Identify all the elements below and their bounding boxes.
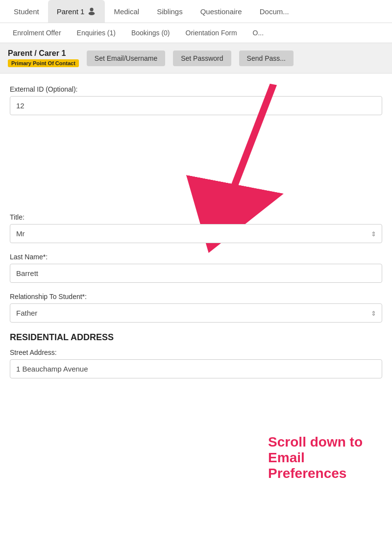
last-name-group: Last Name*: Scroll down toEmailPreferenc…: [10, 253, 382, 283]
external-id-group: External ID (Optional):: [10, 85, 382, 115]
set-email-button[interactable]: Set Email/Username: [87, 50, 165, 66]
nav-orientation-form[interactable]: Orientation Form: [178, 23, 245, 43]
nav-enrolment-offer[interactable]: Enrolment Offer: [5, 23, 69, 43]
form-area: External ID (Optional): Title: Mr Mrs Ms…: [0, 74, 392, 400]
street-address-label: Street Address:: [10, 349, 382, 356]
svg-point-0: [90, 8, 94, 11]
form-spacer: [10, 125, 382, 213]
second-navigation: Enrolment Offer Enquiries (1) Bookings (…: [0, 23, 392, 43]
primary-contact-badge: Primary Point Of Contact: [8, 59, 79, 67]
card-header: Parent / Carer 1 Primary Point Of Contac…: [0, 43, 392, 74]
scroll-annotation: Scroll down toEmailPreferences: [268, 434, 363, 482]
last-name-input[interactable]: [10, 264, 382, 283]
street-address-input[interactable]: [10, 359, 382, 378]
residential-address-heading: RESIDENTIAL ADDRESS: [10, 332, 382, 343]
title-label: Title:: [10, 213, 382, 221]
nav-enquiries[interactable]: Enquiries (1): [69, 23, 123, 43]
external-id-label: External ID (Optional):: [10, 85, 382, 93]
nav-other[interactable]: O...: [245, 23, 272, 43]
tab-parent1[interactable]: Parent 1: [48, 0, 105, 23]
title-select-wrapper: Mr Mrs Ms Miss Dr Prof: [10, 224, 382, 243]
tab-student[interactable]: Student: [5, 0, 48, 23]
external-id-input[interactable]: [10, 96, 382, 115]
person-icon: [87, 7, 96, 16]
nav-bookings[interactable]: Bookings (0): [123, 23, 178, 43]
relationship-select-wrapper: Father Mother Guardian Other: [10, 303, 382, 323]
relationship-group: Relationship To Student*: Father Mother …: [10, 293, 382, 323]
card-title: Parent / Carer 1: [8, 49, 79, 58]
last-name-label: Last Name*:: [10, 253, 382, 261]
residential-address-section: RESIDENTIAL ADDRESS Street Address:: [10, 332, 382, 378]
relationship-select[interactable]: Father Mother Guardian Other: [10, 303, 382, 323]
top-navigation: Student Parent 1 Medical Siblings Questi…: [0, 0, 392, 23]
tab-documents[interactable]: Docum...: [251, 0, 298, 23]
set-password-button[interactable]: Set Password: [173, 50, 231, 66]
send-pass-button[interactable]: Send Pass...: [239, 50, 294, 66]
title-group: Title: Mr Mrs Ms Miss Dr Prof: [10, 213, 382, 243]
card-title-block: Parent / Carer 1 Primary Point Of Contac…: [8, 49, 79, 67]
tab-siblings[interactable]: Siblings: [148, 0, 192, 23]
relationship-label: Relationship To Student*:: [10, 293, 382, 300]
title-select[interactable]: Mr Mrs Ms Miss Dr Prof: [10, 224, 382, 243]
tab-medical[interactable]: Medical: [105, 0, 148, 23]
svg-point-1: [89, 12, 95, 15]
main-content: Parent / Carer 1 Primary Point Of Contac…: [0, 43, 392, 400]
tab-questionnaire[interactable]: Questionaire: [192, 0, 251, 23]
